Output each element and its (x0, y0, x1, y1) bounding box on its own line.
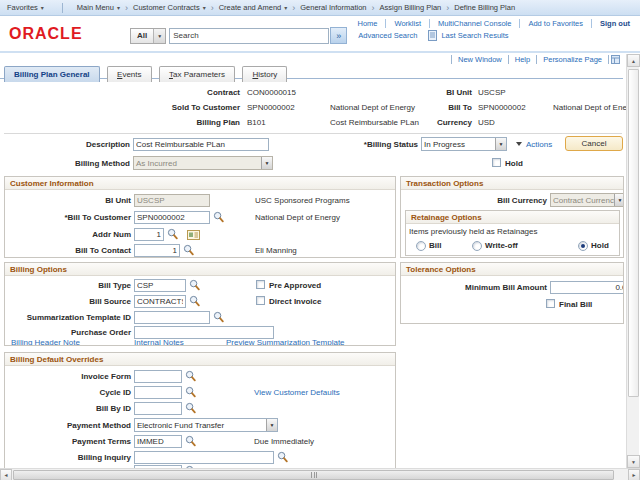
bill-to-customer-desc: National Dept of Energy (255, 212, 340, 224)
description-input[interactable] (133, 138, 269, 151)
breadcrumb-assign-billing-plan[interactable]: Assign Billing Plan (380, 3, 442, 12)
horizontal-scrollbar[interactable]: ◄ ► (0, 468, 640, 480)
personalize-layout-icon[interactable] (611, 55, 620, 64)
bill-by-id-label: Bill By ID (5, 403, 131, 415)
lookup-icon[interactable] (185, 386, 196, 398)
scroll-left-icon[interactable]: ◄ (0, 469, 12, 480)
lookup-icon[interactable] (213, 311, 224, 323)
actions-arrow-icon[interactable] (516, 142, 522, 146)
horizontal-scrollbar-thumb[interactable] (13, 470, 614, 480)
address-card-icon[interactable] (187, 230, 200, 240)
nav-sign-out-link[interactable]: Sign out (591, 19, 630, 28)
lookup-icon[interactable] (167, 228, 178, 240)
lookup-icon[interactable] (183, 244, 194, 256)
cancel-button[interactable]: Cancel (565, 136, 623, 151)
write-off-radio[interactable] (472, 241, 482, 251)
final-bill-label: Final Bill (559, 299, 592, 311)
lookup-icon[interactable] (189, 295, 200, 307)
breadcrumb-general-information[interactable]: General Information (300, 3, 366, 12)
bill-to-customer-input[interactable] (134, 211, 210, 224)
tab-events[interactable]: Events (107, 66, 151, 82)
internal-notes-link[interactable]: Internal Notes (134, 337, 184, 346)
search-input[interactable] (169, 28, 329, 44)
search-scope-select[interactable]: All ▼ (130, 28, 166, 44)
chevron-down-icon: ▾ (203, 5, 206, 11)
tab-billing-plan-general[interactable]: Billing Plan General (4, 66, 100, 82)
scroll-right-icon[interactable]: ► (628, 469, 640, 480)
hold-checkbox[interactable] (492, 158, 501, 167)
vertical-scrollbar-thumb[interactable] (628, 69, 639, 397)
retainage-options-section: Retainage Options Items previously held … (405, 210, 620, 256)
currency-label: Currency (390, 117, 472, 129)
breadcrumb-create-and-amend[interactable]: Create and Amend▾ (219, 3, 288, 12)
invoice-form-label: Invoice Form (5, 371, 131, 383)
bill-by-id-input[interactable] (134, 402, 182, 415)
breadcrumb-divider (62, 3, 63, 13)
new-window-link[interactable]: New Window (451, 55, 508, 64)
chevron-right-icon: › (292, 3, 295, 13)
bill-type-input[interactable] (134, 279, 186, 292)
chevron-down-icon[interactable]: ▼ (495, 138, 506, 150)
billing-status-select[interactable]: In Progress ▼ (421, 137, 507, 151)
summarization-template-label: Summarization Template ID (5, 312, 131, 324)
payment-terms-input[interactable] (134, 435, 182, 448)
bill-to-contact-input[interactable] (134, 244, 180, 257)
breadcrumb-main-menu[interactable]: Main Menu▾ (77, 3, 120, 12)
direct-invoice-checkbox[interactable] (256, 296, 265, 305)
lookup-icon[interactable] (213, 211, 224, 223)
lookup-icon[interactable] (185, 435, 196, 447)
lookup-icon[interactable] (189, 279, 200, 291)
transaction-options-section: Transaction Options Bill Currency Contra… (400, 176, 624, 258)
breadcrumb-favorites[interactable]: Favorites▾ (7, 3, 44, 12)
billing-method-select: As Incurred ▼ (133, 156, 273, 170)
summarization-template-input[interactable] (134, 311, 210, 324)
actions-link[interactable]: Actions (526, 139, 552, 151)
pre-approved-checkbox[interactable] (256, 280, 265, 289)
preview-summarization-template-link[interactable]: Preview Summarization Template (226, 337, 345, 346)
direct-invoice-label: Direct Invoice (269, 296, 321, 308)
bill-radio[interactable] (416, 241, 426, 251)
advanced-search-link[interactable]: Advanced Search (358, 31, 417, 40)
cycle-id-input[interactable] (134, 386, 182, 399)
final-bill-checkbox[interactable] (546, 299, 555, 308)
personalize-page-link[interactable]: Personalize Page (536, 55, 609, 64)
billing-header-note-link[interactable]: Billing Header Note (11, 337, 80, 346)
scroll-up-icon[interactable]: ▲ (627, 54, 640, 67)
invoice-form-input[interactable] (134, 370, 182, 383)
nav-add-to-favorites-link[interactable]: Add to Favorites (519, 19, 591, 28)
tab-history[interactable]: History (242, 66, 287, 82)
chevron-down-icon[interactable]: ▼ (266, 419, 277, 431)
last-search-results-link[interactable]: Last Search Results (428, 30, 508, 41)
customer-information-section: Customer Information BI Unit USC Sponsor… (4, 176, 396, 258)
hold-checkbox-label: Hold (505, 158, 523, 170)
breadcrumb-define-billing-plan[interactable]: Define Billing Plan (454, 3, 515, 12)
lookup-icon[interactable] (185, 402, 196, 414)
bi-unit-desc: USC Sponsored Programs (255, 195, 350, 207)
payment-method-select[interactable]: Electronic Fund Transfer ▼ (134, 418, 278, 432)
search-go-button[interactable]: » (330, 27, 347, 44)
tolerance-options-section: Tolerance Options Minimum Bill Amount Fi… (400, 262, 624, 324)
vertical-scrollbar[interactable]: ▲ ▼ (626, 54, 639, 468)
search-results-icon (428, 30, 438, 41)
bill-to-summary-label: Bill To (390, 102, 472, 114)
help-link[interactable]: Help (508, 55, 536, 64)
billing-plan-label: Billing Plan (60, 117, 240, 129)
scroll-down-icon[interactable]: ▼ (627, 455, 640, 468)
breadcrumb-customer-contracts[interactable]: Customer Contracts▾ (133, 3, 206, 12)
addr-num-input[interactable] (134, 228, 164, 241)
tab-tax-parameters[interactable]: Tax Parameters (159, 66, 235, 82)
chevron-right-icon: › (125, 3, 128, 13)
chevron-down-icon[interactable]: ▼ (153, 29, 165, 43)
billing-default-overrides-title: Billing Default Overrides (5, 353, 395, 366)
addr-num-label: Addr Num (5, 229, 131, 241)
view-customer-defaults-link[interactable]: View Customer Defaults (254, 387, 340, 399)
chevron-down-icon: ▾ (284, 5, 287, 11)
lookup-icon[interactable] (277, 451, 288, 463)
hold-radio[interactable] (578, 241, 588, 251)
bill-currency-label: Bill Currency (401, 195, 547, 207)
lookup-icon[interactable] (185, 370, 196, 382)
billing-inquiry-input[interactable] (134, 451, 274, 464)
minimum-bill-amount-input[interactable] (550, 281, 624, 294)
transaction-options-title: Transaction Options (401, 177, 623, 190)
bill-source-input[interactable] (134, 295, 186, 308)
